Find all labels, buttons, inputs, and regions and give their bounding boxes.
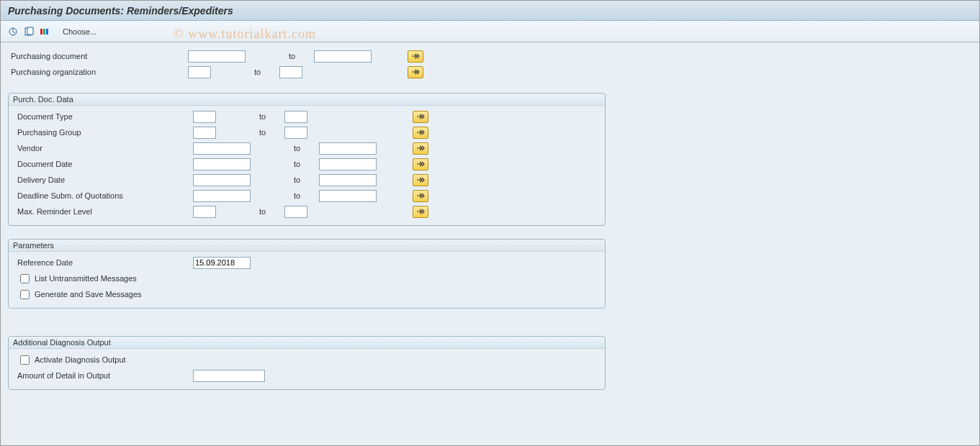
to-label: to (289, 52, 314, 60)
selection-row: Purchasing Groupto (13, 124, 601, 140)
reference-date-input[interactable] (193, 257, 251, 269)
from-input[interactable] (193, 174, 251, 186)
to-input[interactable] (319, 190, 377, 202)
detail-amount-label: Amount of Detail in Output (13, 371, 193, 380)
activate-diagnosis-checkbox[interactable] (20, 355, 30, 365)
selection-row: Purchasing organizationto (8, 64, 972, 80)
title-bar: Purchasing Documents: Reminders/Expedite… (1, 1, 979, 21)
content-area: Purchasing documenttoPurchasing organiza… (1, 42, 979, 445)
field-label: Document Date (13, 160, 193, 168)
to-input[interactable] (279, 66, 302, 78)
field-label: Deadline Subm. of Quotations (13, 191, 193, 200)
multiple-selection-button[interactable] (413, 111, 428, 123)
selection-row: Max. Reminder Levelto (13, 204, 601, 219)
activate-diagnosis-label: Activate Diagnosis Output (35, 355, 126, 364)
multiple-selection-button[interactable] (413, 174, 428, 186)
from-input[interactable] (193, 206, 216, 218)
selection-options-icon[interactable] (38, 25, 51, 38)
selection-row: Delivery Dateto (13, 172, 601, 188)
field-label: Purchasing document (8, 52, 188, 60)
svg-rect-2 (27, 27, 33, 35)
field-label: Purchasing Group (13, 128, 193, 137)
from-input[interactable] (188, 50, 246, 63)
selection-row: Deadline Subm. of Quotationsto (13, 188, 601, 204)
from-input[interactable] (193, 111, 216, 123)
from-input[interactable] (193, 158, 251, 170)
to-label: to (259, 128, 284, 137)
detail-amount-input[interactable] (193, 370, 265, 382)
multiple-selection-button[interactable] (408, 50, 423, 63)
list-untransmitted-label: List Untransmitted Messages (35, 274, 137, 283)
to-input[interactable] (319, 174, 377, 186)
multiple-selection-button[interactable] (408, 66, 423, 78)
svg-rect-5 (46, 29, 48, 35)
multiple-selection-button[interactable] (413, 206, 428, 218)
group-purch-doc-data: Purch. Doc. Data Document TypetoPurchasi… (8, 93, 606, 226)
svg-rect-4 (43, 29, 45, 35)
field-label: Document Type (13, 112, 193, 121)
group-title: Purch. Doc. Data (9, 94, 605, 106)
to-input[interactable] (284, 111, 307, 123)
selection-row: Document Typeto (13, 109, 601, 124)
to-label: to (294, 160, 319, 168)
app-toolbar: Choose... (1, 21, 979, 42)
selection-row: Purchasing documentto (8, 48, 972, 64)
list-untransmitted-checkbox[interactable] (20, 274, 30, 283)
multiple-selection-button[interactable] (413, 190, 428, 202)
to-input[interactable] (284, 206, 307, 218)
field-label: Max. Reminder Level (13, 207, 193, 216)
field-label: Vendor (13, 144, 193, 153)
choose-button[interactable]: Choose... (63, 27, 96, 36)
to-input[interactable] (314, 50, 372, 63)
selection-row: Document Dateto (13, 156, 601, 172)
group-diagnosis: Additional Diagnosis Output Activate Dia… (8, 336, 606, 390)
to-label: to (254, 68, 279, 76)
from-input[interactable] (193, 190, 251, 202)
multiple-selection-button[interactable] (413, 158, 428, 170)
group-parameters: Parameters Reference Date List Untransmi… (8, 239, 606, 309)
execute-icon[interactable] (6, 25, 19, 38)
to-label: to (259, 207, 284, 216)
field-label: Delivery Date (13, 176, 193, 184)
page-title: Purchasing Documents: Reminders/Expedite… (8, 5, 233, 17)
reference-date-label: Reference Date (13, 258, 193, 267)
to-label: to (294, 176, 319, 184)
generate-save-label: Generate and Save Messages (35, 290, 142, 299)
variant-icon[interactable] (22, 25, 35, 38)
field-label: Purchasing organization (8, 68, 188, 76)
group-title: Parameters (9, 240, 605, 252)
to-label: to (259, 112, 284, 121)
to-input[interactable] (284, 127, 307, 139)
multiple-selection-button[interactable] (413, 127, 428, 139)
svg-rect-3 (40, 29, 42, 35)
to-label: to (294, 144, 319, 153)
group-title: Additional Diagnosis Output (9, 337, 605, 349)
from-input[interactable] (193, 127, 216, 139)
multiple-selection-button[interactable] (413, 142, 428, 155)
to-input[interactable] (319, 158, 377, 170)
to-input[interactable] (319, 142, 377, 155)
from-input[interactable] (188, 66, 211, 78)
from-input[interactable] (193, 142, 251, 155)
generate-save-checkbox[interactable] (20, 290, 30, 299)
to-label: to (294, 191, 319, 200)
selection-row: Vendorto (13, 140, 601, 156)
